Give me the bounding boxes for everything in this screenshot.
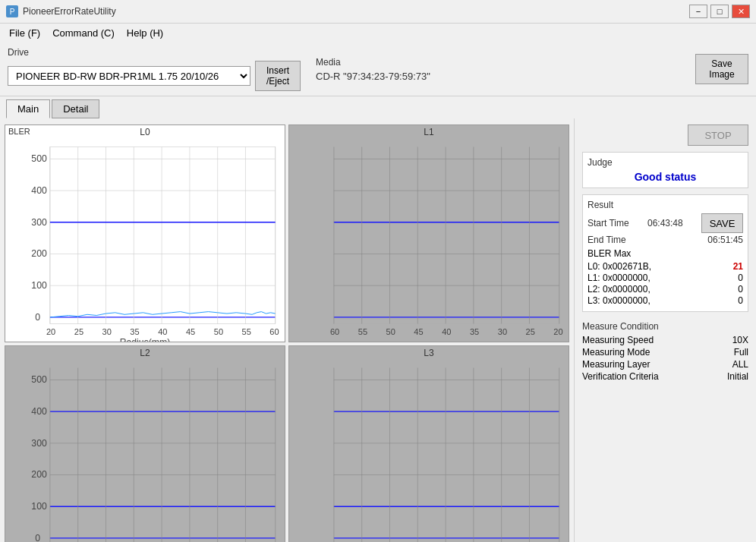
- chart-l2-svg: 500 400 300 200 100 0: [5, 346, 285, 542]
- verification-criteria-val: Initial: [727, 371, 748, 382]
- save-button[interactable]: SAVE: [701, 213, 743, 233]
- svg-text:30: 30: [102, 327, 112, 336]
- y-label-200: 200: [31, 248, 47, 259]
- start-time-key: Start Time: [587, 218, 629, 228]
- verification-criteria-key: Verification Criteria: [582, 371, 659, 382]
- media-section: Media CD-R "97:34:23-79:59:73": [316, 57, 680, 82]
- bler-l3-row: L3: 0x0000000, 0: [587, 295, 743, 306]
- chart-l3: L3: [288, 345, 569, 542]
- stop-button[interactable]: STOP: [688, 124, 748, 146]
- chart-l2-title: L2: [140, 348, 150, 358]
- bler-label-l0: BLER: [8, 127, 30, 136]
- measuring-layer-key: Measuring Layer: [582, 359, 650, 370]
- measuring-speed-row: Measuring Speed 10X: [582, 335, 748, 345]
- drive-section: Drive PIONEER BD-RW BDR-PR1ML 1.75 20/10…: [8, 47, 301, 91]
- tab-detail[interactable]: Detail: [52, 99, 99, 118]
- measure-condition-section: Measure Condition Measuring Speed 10X Me…: [582, 321, 748, 383]
- svg-text:45: 45: [186, 327, 195, 336]
- svg-text:20: 20: [553, 327, 562, 336]
- app-title: PioneerErrorRateUtility: [23, 6, 116, 17]
- measuring-speed-key: Measuring Speed: [582, 335, 654, 345]
- judge-section: Judge Good status: [582, 152, 748, 188]
- y2-label-200: 200: [31, 469, 47, 480]
- bler-l3-val: 0: [738, 295, 743, 306]
- bler-l2-key: L2: 0x0000000,: [587, 284, 650, 295]
- end-time-row: End Time 06:51:45: [587, 235, 743, 245]
- chart-l1: L1: [288, 124, 569, 342]
- close-button[interactable]: ✕: [732, 5, 750, 18]
- media-value: CD-R "97:34:23-79:59:73": [316, 71, 680, 82]
- svg-text:Radius(mm): Radius(mm): [120, 337, 171, 342]
- menu-bar: File (F) Command (C) Help (H): [0, 24, 756, 43]
- menu-command[interactable]: Command (C): [46, 25, 121, 41]
- bler-l1-val: 0: [738, 273, 743, 283]
- y2-label-0: 0: [35, 533, 40, 542]
- svg-text:50: 50: [386, 327, 395, 336]
- save-image-button[interactable]: SaveImage: [695, 54, 748, 84]
- title-bar-left: P PioneerErrorRateUtility: [6, 5, 116, 17]
- menu-help[interactable]: Help (H): [121, 25, 169, 41]
- y-label-0: 0: [35, 312, 40, 323]
- chart-l1-svg: 60 55 50 45 40 35 30 25 20: [289, 125, 569, 342]
- result-section: Result Start Time 06:43:48 SAVE End Time…: [582, 194, 748, 312]
- maximize-button[interactable]: □: [710, 5, 729, 18]
- svg-text:55: 55: [358, 327, 367, 336]
- chart-l1-title: L1: [424, 127, 433, 137]
- main-content: BLER L0 500 400 300 200 100 0: [0, 118, 756, 542]
- bler-max-section: BLER Max L0: 0x002671B, 21 L1: 0x0000000…: [587, 248, 743, 306]
- judge-status: Good status: [587, 171, 743, 183]
- drive-label: Drive: [8, 47, 301, 58]
- measuring-mode-val: Full: [734, 347, 748, 358]
- start-time-val: 06:43:48: [647, 218, 683, 228]
- end-time-val: 06:51:45: [707, 235, 743, 245]
- media-label: Media: [316, 57, 680, 68]
- svg-text:60: 60: [330, 327, 339, 336]
- svg-text:55: 55: [242, 327, 251, 336]
- chart-l2: L2 500 400 300 200 100 0: [5, 345, 285, 542]
- y2-label-300: 300: [31, 438, 47, 449]
- bler-max-label: BLER Max: [587, 248, 743, 259]
- measuring-speed-val: 10X: [732, 335, 748, 345]
- tabs: Main Detail: [0, 96, 756, 118]
- chart-l3-title: L3: [424, 348, 433, 358]
- title-controls: − □ ✕: [689, 5, 750, 18]
- charts-area: BLER L0 500 400 300 200 100 0: [0, 118, 574, 542]
- svg-rect-53: [50, 368, 276, 542]
- y2-label-400: 400: [31, 406, 47, 417]
- title-bar: P PioneerErrorRateUtility − □ ✕: [0, 0, 756, 24]
- y2-label-100: 100: [31, 501, 47, 512]
- y-label-500: 500: [31, 153, 47, 164]
- svg-text:35: 35: [130, 327, 139, 336]
- result-label: Result: [587, 200, 743, 210]
- svg-text:40: 40: [442, 327, 451, 336]
- svg-text:40: 40: [158, 327, 167, 336]
- chart-l0: BLER L0 500 400 300 200 100 0: [5, 124, 285, 342]
- drive-select[interactable]: PIONEER BD-RW BDR-PR1ML 1.75 20/10/26: [8, 66, 250, 86]
- toolbar: Drive PIONEER BD-RW BDR-PR1ML 1.75 20/10…: [0, 43, 756, 96]
- y-label-400: 400: [31, 185, 47, 196]
- tab-main[interactable]: Main: [6, 99, 50, 118]
- chart-l0-svg: 500 400 300 200 100 0: [5, 125, 285, 342]
- minimize-button[interactable]: −: [689, 5, 707, 18]
- sidebar: STOP Judge Good status Result Start Time…: [574, 118, 756, 542]
- svg-text:50: 50: [214, 327, 223, 336]
- svg-text:25: 25: [74, 327, 83, 336]
- svg-text:60: 60: [269, 327, 279, 336]
- measuring-layer-row: Measuring Layer ALL: [582, 359, 748, 370]
- measure-condition-label: Measure Condition: [582, 321, 748, 332]
- y2-label-500: 500: [31, 374, 47, 385]
- menu-file[interactable]: File (F): [3, 25, 46, 41]
- svg-text:30: 30: [498, 327, 507, 336]
- app-icon: P: [6, 5, 18, 17]
- svg-text:45: 45: [414, 327, 423, 336]
- insert-eject-button[interactable]: Insert/Eject: [255, 61, 301, 91]
- bler-l0-row: L0: 0x002671B, 21: [587, 261, 743, 272]
- bler-l3-key: L3: 0x0000000,: [587, 295, 650, 306]
- end-time-key: End Time: [587, 235, 626, 245]
- bler-l2-val: 0: [738, 284, 743, 295]
- measuring-layer-val: ALL: [732, 359, 748, 370]
- start-time-row: Start Time 06:43:48 SAVE: [587, 213, 743, 233]
- svg-text:20: 20: [46, 327, 55, 336]
- y-label-300: 300: [31, 217, 47, 228]
- chart-l0-title: L0: [140, 127, 150, 137]
